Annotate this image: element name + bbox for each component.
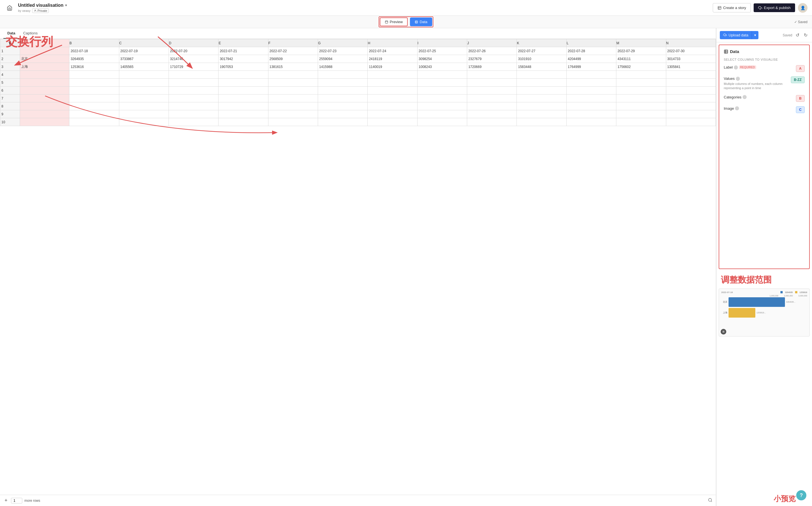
col-header-j[interactable]: J — [467, 39, 517, 47]
mini-beijing-value: 3264935... — [786, 301, 795, 303]
mini-legend: 3264935 1253616 — [781, 291, 807, 293]
table-row: 7 — [0, 94, 716, 102]
mini-date-label: 2022-07-18 — [721, 291, 733, 293]
home-button[interactable] — [4, 3, 15, 13]
upload-caret-button[interactable]: ▾ — [752, 31, 758, 39]
undo-button[interactable]: ↺ — [795, 31, 800, 39]
mini-preview-container: 2022-07-18 3264935 1253616 1,000,000 2,0… — [719, 288, 810, 504]
col-header-d[interactable]: D — [169, 39, 218, 47]
data-tabs: Data Captions — [0, 28, 716, 39]
title-area: Untitled visualisation ▾ by oeasy Privat… — [18, 3, 713, 13]
col-header-c[interactable]: C — [119, 39, 169, 47]
categories-field-label: Categories ⓘ — [724, 95, 746, 99]
values-field-label: Values ⓘ — [724, 76, 786, 81]
tab-preview[interactable]: Preview — [380, 17, 408, 26]
redo-button[interactable]: ↻ — [803, 31, 809, 39]
left-panel: Data Captions ⇅ A B C D E F — [0, 28, 716, 506]
by-text: by oeasy — [18, 9, 30, 12]
svg-rect-1 — [718, 6, 721, 9]
add-row-button[interactable]: + — [3, 496, 9, 505]
upload-data-button[interactable]: Upload data — [720, 31, 752, 39]
values-desc: Multiple columns of numbers, each column… — [724, 82, 786, 91]
vis-title: Untitled visualisation — [18, 3, 64, 8]
table-row: 6 — [0, 87, 716, 94]
table-row: 10 — [0, 118, 716, 126]
export-publish-button[interactable]: Export & publish — [753, 3, 795, 12]
bottom-bar: + more rows — [0, 495, 716, 506]
corner-cell[interactable]: ⇅ — [0, 39, 20, 47]
tab-data[interactable]: Data — [410, 17, 432, 26]
col-header-i[interactable]: I — [417, 39, 467, 47]
values-col-badge[interactable]: B-ZZ — [791, 76, 805, 83]
toolbar-right: Saved ↺ ↻ — [783, 31, 809, 39]
svg-rect-10 — [724, 331, 724, 333]
upload-toolbar: Upload data ▾ Saved ↺ ↻ — [716, 28, 812, 42]
svg-rect-3 — [385, 21, 388, 23]
values-config-row: Values ⓘ Multiple columns of numbers, ea… — [724, 76, 805, 91]
spreadsheet-wrapper[interactable]: ⇅ A B C D E F G H I J K L M — [0, 39, 716, 495]
tabs-bar: Preview Data ✓ Saved — [0, 16, 812, 28]
image-col-badge[interactable]: C — [796, 106, 805, 113]
col-header-b[interactable]: B — [69, 39, 119, 47]
nav-actions: Create a story Export & publish 👤 — [713, 3, 808, 13]
label-col-badge[interactable]: A — [796, 65, 805, 72]
title-chevron-icon[interactable]: ▾ — [65, 3, 67, 7]
data-tab-data[interactable]: Data — [3, 28, 19, 38]
mini-scale: 1,000,000 2,000,000 3,000,000 — [721, 295, 807, 297]
col-header-g[interactable]: G — [318, 39, 368, 47]
image-field-label: Image ⓘ — [724, 106, 739, 110]
col-header-m[interactable]: M — [616, 39, 666, 47]
data-config-title: Data — [724, 49, 805, 54]
annotation-small-preview-wrapper: 小预览 — [774, 494, 796, 504]
categories-col-badge[interactable]: B — [796, 95, 805, 102]
private-badge: Private — [32, 8, 49, 13]
annotation-adjust-range: 调整数据范围 — [716, 271, 812, 288]
mini-bar-beijing-bar — [728, 297, 785, 307]
saved-text: Saved — [783, 33, 792, 37]
image-config-row: Image ⓘ C — [724, 106, 805, 113]
table-row: 3 上海 1253616 1405565 1710729 1907053 138… — [0, 63, 716, 71]
image-info-icon[interactable]: ⓘ — [735, 106, 739, 110]
col-header-a[interactable]: A — [20, 39, 69, 47]
col-header-h[interactable]: H — [368, 39, 417, 47]
col-header-k[interactable]: K — [517, 39, 567, 47]
svg-rect-4 — [415, 21, 418, 23]
legend-beijing-label: 3264935 — [785, 291, 793, 293]
user-avatar[interactable]: 👤 — [798, 3, 808, 13]
categories-info-icon[interactable]: ⓘ — [743, 95, 746, 99]
col-header-l[interactable]: L — [567, 39, 616, 47]
pause-button[interactable] — [721, 329, 726, 335]
saved-indicator: ✓ Saved — [794, 20, 808, 24]
data-config-panel: Data SELECT COLUMNS TO VISUALISE Label ⓘ… — [719, 45, 810, 269]
select-cols-label: SELECT COLUMNS TO VISUALISE — [724, 58, 805, 61]
create-story-button[interactable]: Create a story — [713, 3, 751, 12]
search-button[interactable] — [708, 498, 712, 503]
mini-bar-shanghai-bar — [728, 308, 755, 318]
svg-rect-8 — [724, 50, 728, 53]
svg-line-6 — [711, 501, 712, 502]
col-header-n[interactable]: N — [666, 39, 716, 47]
table-row: 4 — [0, 71, 716, 79]
svg-point-5 — [709, 498, 712, 502]
svg-rect-9 — [723, 331, 723, 333]
mini-shanghai-label: 上海 — [721, 311, 727, 314]
required-badge: REQUIRED — [739, 66, 756, 69]
top-nav: Untitled visualisation ▾ by oeasy Privat… — [0, 0, 812, 16]
table-row: 1 2022-07-18 2022-07-19 2022-07-20 2022-… — [0, 47, 716, 55]
table-row: 8 — [0, 102, 716, 110]
row-count-input[interactable] — [11, 498, 22, 503]
help-button[interactable]: ? — [796, 490, 806, 500]
mini-shanghai-value: 1253616... — [756, 312, 766, 314]
label-config-row: Label ⓘ REQUIRED A — [724, 65, 805, 72]
legend-beijing-icon — [781, 291, 783, 293]
mini-bar-shanghai: 上海 1253616... — [721, 308, 807, 318]
col-header-f[interactable]: F — [268, 39, 318, 47]
mini-preview: 2022-07-18 3264935 1253616 1,000,000 2,0… — [719, 288, 810, 336]
categories-config-row: Categories ⓘ B — [724, 95, 805, 102]
values-info-icon[interactable]: ⓘ — [736, 77, 740, 81]
label-info-icon[interactable]: ⓘ — [734, 66, 738, 69]
col-header-e[interactable]: E — [218, 39, 268, 47]
data-tab-captions[interactable]: Captions — [19, 28, 41, 38]
table-row: 5 — [0, 79, 716, 87]
legend-shanghai-label: 1253616 — [800, 291, 807, 293]
